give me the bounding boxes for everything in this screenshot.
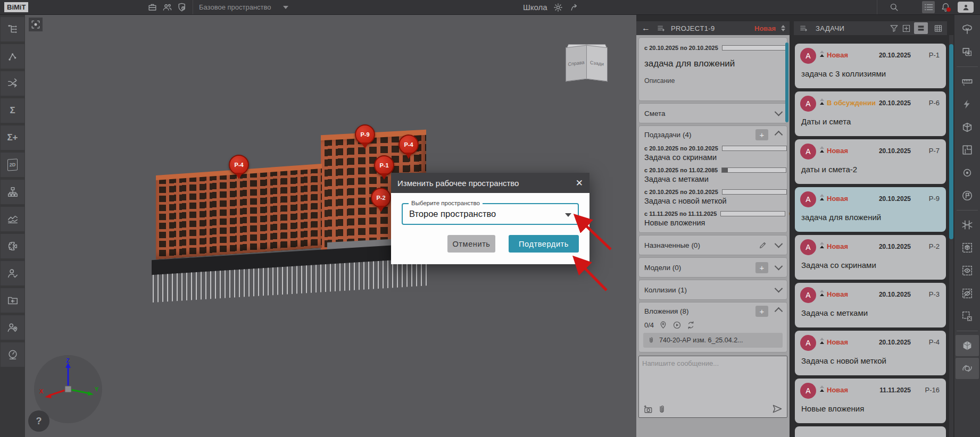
subtask-row[interactable]: с 20.10.2025 по 20.10.20250% Задача с но… <box>639 187 787 208</box>
hide-button[interactable] <box>956 283 979 304</box>
workspace-select[interactable]: Выберите пространство Второе пространств… <box>402 203 579 225</box>
search-button[interactable] <box>887 1 900 13</box>
subtask-row[interactable]: с 11.11.2025 по 11.11.20250% Новые вложе… <box>639 208 787 232</box>
sort-list-icon[interactable] <box>799 24 808 33</box>
main-task-card[interactable]: с 20.10.2025 по 20.10.2025 0% задача для… <box>638 37 787 101</box>
section-models[interactable]: Модели (0) + <box>638 257 787 278</box>
add-model-button[interactable]: + <box>755 262 768 273</box>
attachment-file[interactable]: 740-20-АР изм. 6_25.04.2... <box>643 333 783 348</box>
view-cube-left-face[interactable]: Справа <box>566 45 587 82</box>
task-card[interactable]: A Новая 20.10.2025 P-3 Задача с метками <box>795 283 946 327</box>
add-task-icon[interactable] <box>902 24 911 33</box>
section-box-button[interactable] <box>956 116 979 138</box>
view-cube-right-face[interactable]: Сзади <box>586 45 608 82</box>
section-estimate[interactable]: Смета <box>638 103 787 123</box>
back-icon[interactable]: ← <box>642 23 650 33</box>
projects-button[interactable] <box>146 1 159 13</box>
map-pin[interactable]: Р-4 <box>398 135 419 160</box>
floorplan-button[interactable] <box>956 139 979 161</box>
map-pin-partial[interactable]: Р-2 <box>371 188 391 213</box>
play-icon[interactable] <box>672 321 682 330</box>
section-assigned[interactable]: Назначенные (0) <box>638 235 787 255</box>
selection-sets-button[interactable] <box>956 41 979 63</box>
task-list-toggle-button[interactable] <box>922 1 935 13</box>
profile-button[interactable] <box>958 2 974 13</box>
cancel-button[interactable]: Отменить <box>447 235 495 253</box>
flag-button[interactable] <box>956 185 979 206</box>
section-attachments-header[interactable]: Вложения (8) + <box>639 302 787 320</box>
list-view-button[interactable] <box>914 22 928 34</box>
measure-path-button[interactable] <box>1 44 24 69</box>
status-stepper-icon[interactable] <box>781 25 785 31</box>
chevron-down-icon[interactable] <box>775 262 783 270</box>
task-card-selected[interactable]: A Новая 20.10.2025 P-9 задача для вложен… <box>795 187 946 232</box>
chevron-up-icon[interactable] <box>775 130 783 139</box>
isolate-button[interactable] <box>956 237 979 258</box>
collisions-button[interactable] <box>1 71 24 96</box>
settings-button[interactable] <box>552 1 564 13</box>
clash-flash-button[interactable] <box>956 94 979 115</box>
chevron-down-icon[interactable] <box>775 107 783 116</box>
add-subtask-button[interactable]: + <box>755 129 768 140</box>
approvals-button[interactable] <box>1 261 24 285</box>
environment-button[interactable] <box>956 19 979 40</box>
security-button[interactable] <box>176 1 188 13</box>
section-subtasks-header[interactable]: Подзадачи (4) + <box>639 126 787 143</box>
help-button[interactable]: ? <box>28 410 49 432</box>
assignees-map-button[interactable] <box>1 315 24 340</box>
camera-add-icon[interactable] <box>643 405 653 414</box>
show-button[interactable] <box>956 260 979 281</box>
clear-selection-button[interactable] <box>956 306 979 327</box>
sort-list-icon[interactable] <box>657 24 666 33</box>
table-view-button[interactable] <box>931 22 945 34</box>
add-attachment-button[interactable]: + <box>755 306 768 317</box>
chevron-down-icon[interactable] <box>775 239 783 248</box>
grid-axes-button[interactable] <box>956 214 979 236</box>
structure-button[interactable] <box>1 180 24 204</box>
task-card[interactable]: A Новая 20.10.2025 P-4 Задача с новой ме… <box>795 331 946 375</box>
notifications-button[interactable] <box>939 1 952 13</box>
task-card[interactable]: A Новая 11.11.2025 P-16 Новые вложения <box>795 379 946 423</box>
team-button[interactable] <box>161 1 173 13</box>
dashboard-button[interactable] <box>1 342 24 367</box>
app-logo[interactable]: BiMiT <box>4 2 28 12</box>
subtask-row[interactable]: с 20.10.2025 по 20.10.20250% Задача со с… <box>639 143 787 165</box>
confirm-button[interactable]: Подтвердить <box>509 235 579 253</box>
workspace-dropdown[interactable]: Базовое пространство <box>199 0 288 14</box>
estimate-button[interactable]: Σ <box>1 98 24 123</box>
charts-button[interactable] <box>1 207 24 231</box>
map-pin[interactable]: Р-9 <box>355 124 375 150</box>
task-card[interactable]: A В обсуждении 20.10.2025 P-6 Даты и сме… <box>795 91 946 136</box>
locate-button[interactable] <box>956 162 979 183</box>
pin-filter-icon[interactable] <box>659 321 668 330</box>
close-icon[interactable]: ✕ <box>576 178 583 189</box>
task-card[interactable]: A Новая 20.10.2025 P-1 задача с 3 коллиз… <box>795 44 946 88</box>
task-card[interactable]: A Новая 20.10.2025 P-2 Задача со скринам… <box>795 235 946 280</box>
chevron-down-icon[interactable] <box>775 284 783 292</box>
tasks-scrollbar-thumb[interactable] <box>949 44 953 239</box>
estimate-add-button[interactable]: Σ+ <box>1 125 24 150</box>
orbit-button[interactable] <box>956 358 979 379</box>
attach-file-icon[interactable] <box>657 405 667 414</box>
measure-button[interactable] <box>956 71 979 92</box>
message-input[interactable] <box>641 358 782 399</box>
view-cube[interactable]: Справа Сзади <box>565 42 608 82</box>
filter-icon[interactable] <box>890 24 899 33</box>
chevron-up-icon[interactable] <box>775 307 783 315</box>
model-tree-button[interactable] <box>1 17 24 41</box>
import-button[interactable] <box>1 288 24 313</box>
send-message-icon[interactable] <box>772 404 783 414</box>
model-view-button[interactable] <box>956 335 979 356</box>
panel-scrollbar-thumb[interactable] <box>785 43 788 122</box>
share-button[interactable] <box>568 1 581 13</box>
subtask-row[interactable]: с 20.10.2025 по 11.02.20859% Задача с ме… <box>639 165 787 187</box>
focus-selection-button[interactable] <box>29 18 43 31</box>
task-card-partial[interactable] <box>795 426 946 437</box>
drawings-2d-button[interactable]: 2D <box>1 153 24 177</box>
task-card[interactable]: A Новая 20.10.2025 P-7 даты и смета-2 <box>795 139 946 184</box>
map-pin[interactable]: Р-4 <box>229 155 249 180</box>
edit-pencil-icon[interactable] <box>759 241 767 249</box>
section-collisions[interactable]: Коллизии (1) <box>638 280 787 300</box>
sync-icon[interactable] <box>686 321 695 330</box>
plugins-button[interactable] <box>1 234 24 258</box>
